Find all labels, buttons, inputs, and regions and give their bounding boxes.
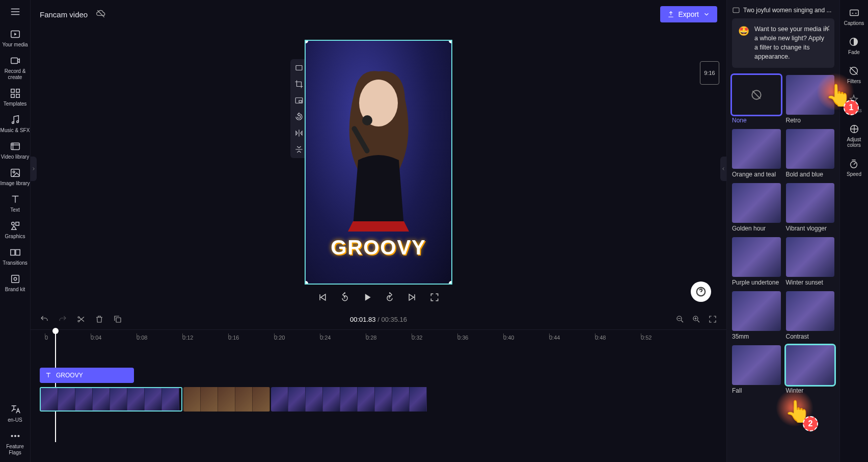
filter-contrast[interactable]: Contrast [786, 291, 835, 340]
text-track-clip[interactable]: GROOVY [40, 368, 134, 383]
video-track [40, 387, 437, 412]
timeline-ruler[interactable]: 00:040:080:120:160:200:240:280:320:360:4… [40, 330, 717, 345]
filter-purple-undertone[interactable]: Purple undertone [732, 237, 781, 286]
filter-label: Retro [786, 117, 835, 124]
rewind-5-icon[interactable]: 5 [339, 292, 350, 303]
svg-rect-2 [11, 89, 14, 92]
hamburger-menu[interactable] [0, 6, 30, 17]
undo-icon[interactable] [40, 315, 49, 324]
skip-forward-icon[interactable] [406, 292, 418, 303]
filter-vibrant-vlogger[interactable]: Vibrant vlogger [786, 183, 835, 232]
svg-point-26 [362, 115, 372, 125]
ruler-tick: 0:40 [503, 335, 549, 341]
prop-effects[interactable]: Effects [846, 94, 861, 113]
pip-icon[interactable] [293, 95, 305, 106]
close-icon[interactable]: ✕ [824, 22, 830, 34]
prop-fade[interactable]: Fade [848, 36, 860, 55]
expand-right-handle[interactable] [720, 157, 726, 181]
video-preview[interactable]: GROOVY [305, 40, 452, 285]
nav-music-sfx[interactable]: Music & SFX [0, 114, 30, 134]
resize-handle-bl[interactable] [305, 281, 308, 285]
split-icon[interactable] [76, 315, 86, 324]
nav-your-media[interactable]: Your media [0, 29, 30, 48]
svg-point-16 [14, 277, 17, 280]
svg-rect-13 [10, 250, 14, 255]
forward-5-icon[interactable]: 5 [384, 292, 395, 303]
zoom-out-icon[interactable] [675, 315, 685, 324]
zoom-in-icon[interactable] [692, 315, 701, 324]
ruler-tick: 0:48 [595, 335, 641, 341]
ruler-tick: 0:16 [228, 335, 274, 341]
zoom-fit-icon[interactable] [708, 315, 717, 324]
playhead[interactable] [55, 330, 56, 442]
fit-icon[interactable] [293, 62, 305, 73]
resize-handle-br[interactable] [449, 281, 452, 285]
video-clip-2[interactable] [183, 387, 270, 412]
left-rail: Your media Record & create Templates Mus… [0, 0, 31, 462]
filter-label: None [732, 117, 781, 124]
crop-icon[interactable] [293, 79, 305, 90]
prop-adjust-colors[interactable]: Adjust colors [840, 123, 868, 148]
filter-winter-sunset[interactable]: Winter sunset [786, 237, 835, 286]
nav-label: Image library [1, 181, 30, 187]
aspect-badge[interactable]: 9:16 [700, 61, 719, 85]
nav-graphics[interactable]: Graphics [0, 220, 30, 240]
play-icon[interactable] [362, 292, 373, 303]
duplicate-icon[interactable] [113, 315, 122, 324]
nav-label: Text [10, 207, 19, 213]
nav-transitions[interactable]: Transitions [0, 247, 30, 266]
svg-point-31 [78, 320, 79, 322]
filter-fall[interactable]: Fall [732, 345, 781, 394]
ruler-tick: 0:08 [137, 335, 182, 341]
resize-handle-tr[interactable] [449, 40, 452, 43]
project-title[interactable]: Fancam video [40, 10, 88, 19]
filter-winter[interactable]: Winter [786, 345, 835, 394]
video-clip-1[interactable] [40, 387, 182, 412]
filter-thumb [786, 345, 835, 385]
main-area: Fancam video Export [31, 0, 726, 462]
nav-video-library[interactable]: Video library [0, 141, 30, 160]
svg-rect-15 [11, 275, 19, 283]
redo-icon[interactable] [58, 315, 67, 324]
transport-controls: 5 5 [317, 292, 440, 303]
prop-speed[interactable]: Speed [847, 158, 861, 177]
export-button[interactable]: Export [660, 6, 717, 22]
filter-label: Fall [732, 387, 781, 394]
filter-thumb [732, 183, 781, 223]
prop-captions[interactable]: Captions [844, 7, 864, 26]
nav-templates[interactable]: Templates [0, 88, 30, 107]
rotate-icon[interactable] [293, 111, 305, 122]
nav-language[interactable]: en-US [0, 404, 30, 423]
timecode: 00:01.83 / 00:35.16 [350, 316, 407, 323]
nav-brand-kit[interactable]: Brand kit [0, 273, 30, 293]
timeline-toolbar: 00:01.83 / 00:35.16 [31, 309, 726, 329]
filter-35mm[interactable]: 35mm [732, 291, 781, 340]
aspect-label: 9:16 [704, 70, 715, 76]
nav-feature-flags[interactable]: Feature Flags [0, 430, 30, 456]
svg-text:5: 5 [344, 296, 345, 299]
flip-h-icon[interactable] [293, 127, 305, 139]
filter-golden-hour[interactable]: Golden hour [732, 183, 781, 232]
cloud-sync-icon[interactable] [96, 9, 106, 20]
filter-retro[interactable]: Retro [786, 75, 835, 124]
help-button[interactable] [691, 281, 711, 302]
selected-clip-name: Two joyful women singing and ... [732, 6, 834, 14]
filter-orange-teal[interactable]: Orange and teal [732, 129, 781, 178]
filter-bold-blue[interactable]: Bold and blue [786, 129, 835, 178]
nav-label: Templates [4, 101, 27, 107]
video-clip-3[interactable] [271, 387, 429, 412]
nav-label: Record & create [0, 68, 30, 81]
delete-icon[interactable] [95, 315, 104, 324]
prop-filters[interactable]: Filters [847, 65, 861, 84]
timeline[interactable]: 00:040:080:120:160:200:240:280:320:360:4… [31, 329, 726, 462]
nav-image-library[interactable]: Image library [0, 167, 30, 187]
skip-back-icon[interactable] [317, 292, 328, 303]
nav-text[interactable]: Text [0, 194, 30, 213]
fullscreen-icon[interactable] [429, 292, 440, 303]
flip-v-icon[interactable] [293, 144, 305, 155]
svg-rect-5 [16, 94, 19, 97]
nav-record-create[interactable]: Record & create [0, 55, 30, 81]
resize-handle-tl[interactable] [305, 40, 308, 43]
filter-none[interactable]: None [732, 75, 781, 124]
ruler-tick: 0 [45, 335, 91, 341]
